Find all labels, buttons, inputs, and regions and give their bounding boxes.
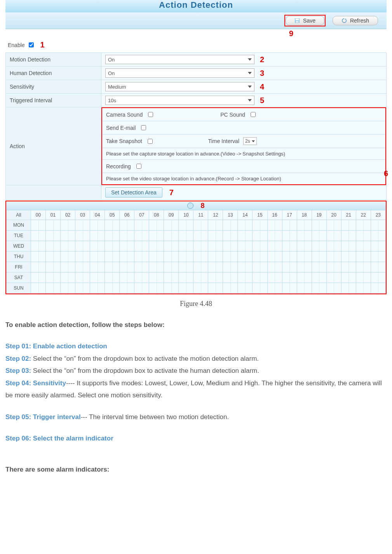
recording-checkbox[interactable] bbox=[136, 164, 141, 169]
schedule-cell[interactable] bbox=[356, 273, 371, 283]
schedule-cell[interactable] bbox=[371, 273, 385, 283]
schedule-cell[interactable] bbox=[105, 231, 120, 241]
schedule-cell[interactable] bbox=[356, 283, 371, 294]
schedule-cell[interactable] bbox=[341, 231, 356, 241]
schedule-cell[interactable] bbox=[46, 241, 61, 252]
schedule-cell[interactable] bbox=[282, 273, 297, 283]
schedule-day[interactable]: MON bbox=[7, 220, 31, 231]
schedule-cell[interactable] bbox=[267, 262, 282, 273]
schedule-cell[interactable] bbox=[297, 231, 312, 241]
schedule-cell[interactable] bbox=[120, 220, 134, 231]
schedule-cell[interactable] bbox=[193, 252, 208, 262]
schedule-cell[interactable] bbox=[164, 241, 179, 252]
schedule-cell[interactable] bbox=[164, 252, 179, 262]
schedule-cell[interactable] bbox=[371, 252, 385, 262]
schedule-cell[interactable] bbox=[341, 283, 356, 294]
pc-sound-checkbox[interactable] bbox=[251, 112, 256, 117]
schedule-cell[interactable] bbox=[149, 252, 164, 262]
schedule-cell[interactable] bbox=[312, 231, 326, 241]
schedule-cell[interactable] bbox=[371, 231, 385, 241]
schedule-cell[interactable] bbox=[75, 252, 90, 262]
schedule-cell[interactable] bbox=[326, 241, 341, 252]
schedule-cell[interactable] bbox=[297, 220, 312, 231]
schedule-cell[interactable] bbox=[75, 273, 90, 283]
schedule-cell[interactable] bbox=[31, 262, 46, 273]
schedule-cell[interactable] bbox=[371, 220, 385, 231]
schedule-cell[interactable] bbox=[105, 262, 120, 273]
schedule-cell[interactable] bbox=[179, 273, 193, 283]
schedule-cell[interactable] bbox=[208, 241, 223, 252]
schedule-cell[interactable] bbox=[253, 283, 267, 294]
schedule-cell[interactable] bbox=[208, 262, 223, 273]
schedule-cell[interactable] bbox=[341, 220, 356, 231]
schedule-cell[interactable] bbox=[208, 283, 223, 294]
schedule-cell[interactable] bbox=[238, 273, 253, 283]
snapshot-checkbox[interactable] bbox=[148, 139, 153, 144]
schedule-cell[interactable] bbox=[253, 262, 267, 273]
schedule-cell[interactable] bbox=[356, 220, 371, 231]
schedule-cell[interactable] bbox=[223, 231, 238, 241]
schedule-cell[interactable] bbox=[75, 262, 90, 273]
interval-select[interactable]: 10s bbox=[105, 96, 254, 105]
schedule-cell[interactable] bbox=[61, 231, 75, 241]
schedule-cell[interactable] bbox=[179, 220, 193, 231]
schedule-cell[interactable] bbox=[134, 262, 149, 273]
save-button[interactable]: Save bbox=[286, 16, 324, 25]
schedule-cell[interactable] bbox=[253, 231, 267, 241]
schedule-cell[interactable] bbox=[326, 231, 341, 241]
schedule-cell[interactable] bbox=[90, 220, 105, 231]
schedule-cell[interactable] bbox=[267, 220, 282, 231]
schedule-cell[interactable] bbox=[193, 283, 208, 294]
schedule-cell[interactable] bbox=[297, 273, 312, 283]
schedule-cell[interactable] bbox=[253, 273, 267, 283]
schedule-cell[interactable] bbox=[326, 262, 341, 273]
schedule-cell[interactable] bbox=[31, 273, 46, 283]
schedule-cell[interactable] bbox=[31, 252, 46, 262]
schedule-cell[interactable] bbox=[312, 283, 326, 294]
human-select[interactable]: On bbox=[105, 68, 254, 78]
schedule-cell[interactable] bbox=[326, 283, 341, 294]
schedule-cell[interactable] bbox=[356, 241, 371, 252]
schedule-cell[interactable] bbox=[31, 220, 46, 231]
schedule-cell[interactable] bbox=[312, 241, 326, 252]
schedule-cell[interactable] bbox=[31, 283, 46, 294]
schedule-cell[interactable] bbox=[120, 283, 134, 294]
schedule-cell[interactable] bbox=[356, 262, 371, 273]
schedule-cell[interactable] bbox=[326, 220, 341, 231]
schedule-cell[interactable] bbox=[90, 231, 105, 241]
schedule-cell[interactable] bbox=[193, 262, 208, 273]
schedule-cell[interactable] bbox=[371, 262, 385, 273]
schedule-cell[interactable] bbox=[134, 283, 149, 294]
schedule-cell[interactable] bbox=[120, 262, 134, 273]
schedule-cell[interactable] bbox=[341, 273, 356, 283]
schedule-cell[interactable] bbox=[90, 283, 105, 294]
schedule-cell[interactable] bbox=[134, 252, 149, 262]
schedule-cell[interactable] bbox=[223, 241, 238, 252]
schedule-cell[interactable] bbox=[46, 220, 61, 231]
schedule-cell[interactable] bbox=[134, 220, 149, 231]
schedule-day[interactable]: SUN bbox=[7, 283, 31, 294]
schedule-cell[interactable] bbox=[149, 231, 164, 241]
schedule-cell[interactable] bbox=[90, 273, 105, 283]
schedule-cell[interactable] bbox=[105, 273, 120, 283]
schedule-cell[interactable] bbox=[31, 241, 46, 252]
schedule-cell[interactable] bbox=[179, 241, 193, 252]
schedule-cell[interactable] bbox=[208, 220, 223, 231]
schedule-cell[interactable] bbox=[356, 252, 371, 262]
schedule-cell[interactable] bbox=[208, 273, 223, 283]
schedule-cell[interactable] bbox=[164, 262, 179, 273]
schedule-day[interactable]: THU bbox=[7, 252, 31, 262]
schedule-cell[interactable] bbox=[120, 231, 134, 241]
schedule-cell[interactable] bbox=[282, 241, 297, 252]
set-detection-area-button[interactable]: Set Detection Area bbox=[105, 187, 162, 197]
schedule-cell[interactable] bbox=[326, 252, 341, 262]
schedule-cell[interactable] bbox=[282, 262, 297, 273]
schedule-cell[interactable] bbox=[179, 252, 193, 262]
schedule-cell[interactable] bbox=[371, 241, 385, 252]
schedule-cell[interactable] bbox=[149, 241, 164, 252]
schedule-cell[interactable] bbox=[61, 262, 75, 273]
schedule-cell[interactable] bbox=[267, 252, 282, 262]
schedule-day[interactable]: TUE bbox=[7, 231, 31, 241]
schedule-cell[interactable] bbox=[371, 283, 385, 294]
schedule-cell[interactable] bbox=[238, 262, 253, 273]
